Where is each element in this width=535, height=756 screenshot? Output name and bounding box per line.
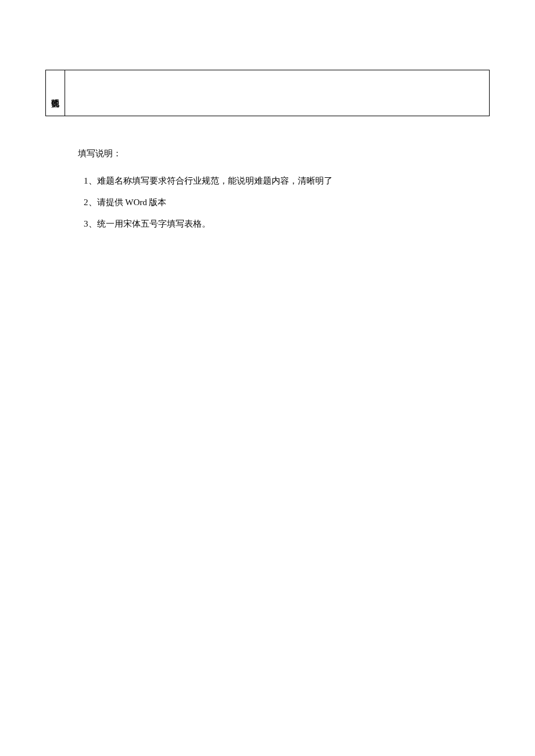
instructions-item-2: 2、请提供 WOrd 版本 [78,197,490,208]
table-row-other-notes: 其他说明 [45,70,490,116]
document-page: 其他说明 填写说明： 1、难题名称填写要求符合行业规范，能说明难题内容，清晰明了… [0,0,535,230]
instructions-section: 填写说明： 1、难题名称填写要求符合行业规范，能说明难题内容，清晰明了 2、请提… [45,148,490,230]
row-content-cell [65,70,490,116]
row-label-cell: 其他说明 [45,70,65,116]
instructions-item-3: 3、统一用宋体五号字填写表格。 [78,218,490,230]
instructions-item-1: 1、难题名称填写要求符合行业规范，能说明难题内容，清晰明了 [78,175,490,187]
instructions-heading: 填写说明： [78,148,490,159]
